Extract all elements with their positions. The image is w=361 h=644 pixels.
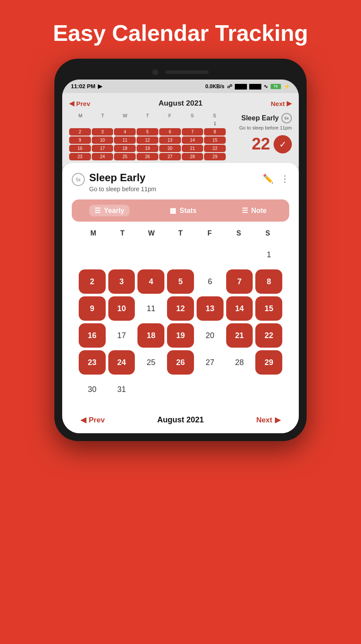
edit-icon[interactable]: ✏️ bbox=[263, 173, 274, 184]
more-options-icon[interactable]: ⋮ bbox=[281, 173, 289, 184]
habit-name: Sleep Early bbox=[89, 172, 156, 184]
calendar-cell[interactable]: 25 bbox=[137, 350, 164, 375]
tab-yearly[interactable]: ☰ Yearly bbox=[89, 205, 130, 216]
calendar-cell[interactable]: 7 bbox=[226, 269, 253, 294]
calendar-cell[interactable]: 19 bbox=[167, 323, 194, 348]
calendar-cell[interactable]: 30 bbox=[79, 377, 106, 402]
status-bluetooth: ☍ bbox=[227, 83, 232, 90]
calendar-cell[interactable]: 27 bbox=[197, 350, 224, 375]
yearly-menu-icon: ☰ bbox=[94, 206, 100, 215]
phone-notch bbox=[62, 66, 299, 80]
calendar-cell[interactable]: 15 bbox=[255, 296, 282, 321]
stats-chart-icon: ▩ bbox=[170, 206, 176, 215]
calendar-cell[interactable]: 6 bbox=[197, 269, 224, 294]
calendar-cell[interactable]: 29 bbox=[255, 350, 282, 375]
calendar-cell[interactable] bbox=[255, 377, 282, 402]
yearly-tab-label: Yearly bbox=[104, 207, 124, 215]
calendar-cell[interactable]: 13 bbox=[197, 296, 224, 321]
calendar-cell[interactable]: 12 bbox=[167, 296, 194, 321]
calendar-cell[interactable]: 21 bbox=[226, 323, 253, 348]
calendar-cell[interactable]: 16 bbox=[79, 323, 106, 348]
tab-note[interactable]: ☰ Note bbox=[237, 205, 272, 216]
bg-check-icon: ✓ bbox=[274, 135, 292, 153]
calendar-cell[interactable]: 8 bbox=[255, 269, 282, 294]
bg-prev-btn[interactable]: ◀ Prev bbox=[69, 100, 90, 107]
next-month-btn[interactable]: Next ▶ bbox=[256, 415, 281, 425]
page-title: Easy Calendar Tracking bbox=[36, 0, 326, 59]
calendar-cell[interactable]: 22 bbox=[255, 323, 282, 348]
calendar-cell[interactable]: 2 bbox=[79, 269, 106, 294]
stats-tab-label: Stats bbox=[180, 207, 197, 215]
calendar-cell[interactable] bbox=[197, 242, 224, 267]
status-wifi: ∿ bbox=[264, 83, 268, 90]
calendar-cell[interactable]: 20 bbox=[197, 323, 224, 348]
calendar-cell[interactable] bbox=[79, 242, 106, 267]
bg-calendar: ◀ Prev August 2021 Next ▶ MTWTFSS bbox=[62, 93, 299, 166]
habit-description: Go to sleep before 11pm bbox=[89, 186, 156, 193]
calendar-cell[interactable] bbox=[226, 242, 253, 267]
calendar-grid: 1234567891011121314151617181920212223242… bbox=[79, 242, 282, 402]
calendar-cell[interactable]: 10 bbox=[108, 296, 135, 321]
phone-frame: 11:02 PM ▶ 0.0KB/s ☍ ▇▇▇ ▇▇▇ ∿ 72 ⚡ ◀ Pr… bbox=[54, 59, 307, 441]
calendar-cell[interactable] bbox=[108, 242, 135, 267]
calendar-cell[interactable]: 5 bbox=[167, 269, 194, 294]
calendar-cell[interactable] bbox=[197, 377, 224, 402]
current-month-title: August 2021 bbox=[157, 415, 204, 425]
phone-speaker bbox=[165, 70, 209, 74]
status-app-icon: ▶ bbox=[98, 83, 102, 90]
calendar-days-header: MTWTFSS bbox=[79, 229, 282, 237]
main-calendar: MTWTFSS 12345678910111213141516171819202… bbox=[72, 222, 289, 408]
prev-chevron-icon: ◀ bbox=[80, 415, 86, 425]
calendar-cell[interactable]: 3 bbox=[108, 269, 135, 294]
calendar-cell[interactable] bbox=[167, 377, 194, 402]
bg-habit-name: Sleep Early bbox=[241, 114, 279, 122]
calendar-cell[interactable]: 9 bbox=[79, 296, 106, 321]
status-signal1: ▇▇▇ bbox=[235, 83, 247, 90]
prev-label: Prev bbox=[89, 416, 105, 425]
status-signal2: ▇▇▇ bbox=[249, 83, 261, 90]
calendar-cell[interactable]: 11 bbox=[137, 296, 164, 321]
bottom-navigation: ◀ Prev August 2021 Next ▶ bbox=[72, 408, 289, 433]
note-menu-icon: ☰ bbox=[242, 206, 248, 215]
bg-habit-badge: 5x bbox=[281, 113, 292, 123]
next-label: Next bbox=[256, 416, 272, 425]
calendar-cell[interactable] bbox=[226, 377, 253, 402]
status-bar: 11:02 PM ▶ 0.0KB/s ☍ ▇▇▇ ▇▇▇ ∿ 72 ⚡ bbox=[62, 80, 299, 93]
next-chevron-icon: ▶ bbox=[275, 415, 281, 425]
calendar-cell[interactable]: 23 bbox=[79, 350, 106, 375]
calendar-cell[interactable] bbox=[167, 242, 194, 267]
bg-habit-desc: Go to sleep before 11pm bbox=[231, 125, 292, 130]
calendar-cell[interactable]: 14 bbox=[226, 296, 253, 321]
calendar-cell[interactable]: 18 bbox=[137, 323, 164, 348]
calendar-cell[interactable]: 31 bbox=[108, 377, 135, 402]
calendar-cell[interactable]: 28 bbox=[226, 350, 253, 375]
tab-bar: ☰ Yearly ▩ Stats ☰ Note bbox=[72, 199, 289, 222]
calendar-cell[interactable]: 4 bbox=[137, 269, 164, 294]
habit-card: 5x Sleep Early Go to sleep before 11pm ✏… bbox=[62, 163, 299, 433]
calendar-cell[interactable] bbox=[137, 377, 164, 402]
tab-stats[interactable]: ▩ Stats bbox=[164, 205, 202, 216]
battery-icon: 72 bbox=[271, 84, 281, 89]
prev-month-btn[interactable]: ◀ Prev bbox=[80, 415, 105, 425]
status-network: 0.0KB/s bbox=[205, 83, 224, 90]
status-charge: ⚡ bbox=[284, 83, 290, 90]
calendar-cell[interactable] bbox=[137, 242, 164, 267]
phone-camera bbox=[152, 69, 158, 75]
phone-screen: 11:02 PM ▶ 0.0KB/s ☍ ▇▇▇ ▇▇▇ ∿ 72 ⚡ ◀ Pr… bbox=[62, 80, 299, 433]
bg-current-day: 22 bbox=[252, 135, 270, 153]
calendar-cell[interactable]: 1 bbox=[255, 242, 282, 267]
calendar-cell[interactable]: 26 bbox=[167, 350, 194, 375]
calendar-cell[interactable]: 17 bbox=[108, 323, 135, 348]
bg-next-btn[interactable]: Next ▶ bbox=[271, 100, 292, 107]
status-time: 11:02 PM bbox=[71, 83, 95, 90]
note-tab-label: Note bbox=[251, 207, 267, 215]
bg-month-title: August 2021 bbox=[158, 99, 202, 108]
habit-badge: 5x bbox=[72, 173, 85, 186]
calendar-cell[interactable]: 24 bbox=[108, 350, 135, 375]
